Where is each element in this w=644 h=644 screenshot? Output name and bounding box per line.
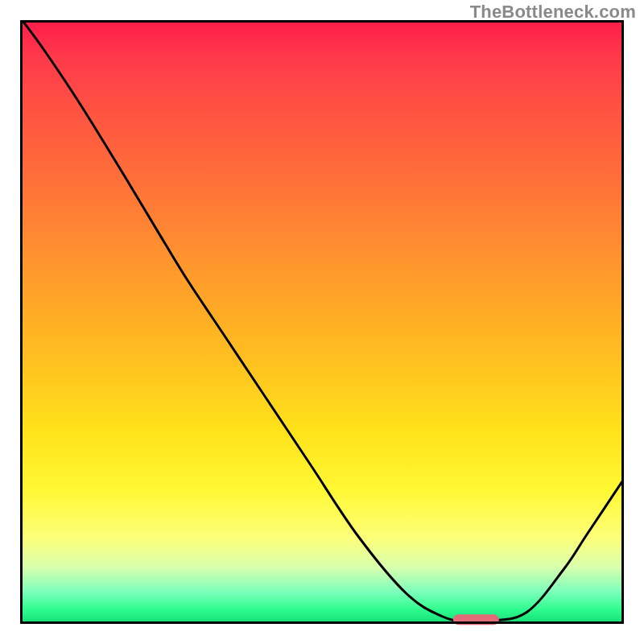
optimal-marker	[453, 614, 498, 625]
bottleneck-curve-path	[23, 21, 624, 622]
curve-svg	[20, 20, 624, 624]
plot-area	[20, 20, 624, 624]
chart-stage: TheBottleneck.com	[0, 0, 644, 644]
